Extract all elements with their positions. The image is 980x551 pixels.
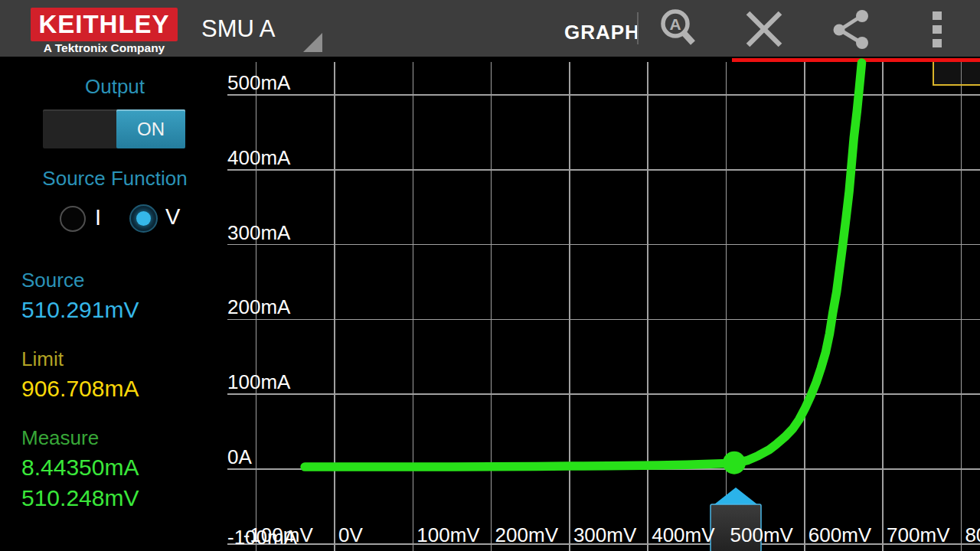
keithley-logo: KEITHLEY <box>31 8 178 41</box>
output-toggle-thumb: ON <box>116 109 185 148</box>
source-value[interactable]: 510.291mV <box>21 297 139 323</box>
overflow-menu-button[interactable] <box>913 5 962 54</box>
smu-app-window: 500mA400mA300mA200mA100mA0A-100mA -100mV… <box>0 0 980 551</box>
radio-source-current[interactable] <box>60 206 86 232</box>
close-button[interactable] <box>740 5 789 54</box>
magnifier-a-icon: A <box>655 6 701 52</box>
source-function-label: Source Function <box>0 167 230 191</box>
view-title: GRAPH <box>564 21 640 44</box>
channel-label: SMU A <box>201 15 275 43</box>
cursor-triangle <box>714 487 757 504</box>
share-button[interactable] <box>826 5 875 54</box>
output-label: Output <box>0 75 230 99</box>
cursor-grip <box>710 504 761 551</box>
radio-voltage-label: V <box>165 204 180 230</box>
measure-voltage-value: 510.248mV <box>21 485 139 511</box>
share-icon <box>828 6 874 52</box>
limit-readout-group: Limit 906.708mA <box>21 347 139 402</box>
app-bar: KEITHLEY A Tektronix Company SMU A GRAPH… <box>0 0 980 57</box>
overflow-menu-icon <box>914 6 960 52</box>
source-readout-group: Source 510.291mV <box>21 269 139 323</box>
measure-current-value: 8.44350mA <box>21 455 139 481</box>
bar-divider <box>637 12 639 44</box>
channel-dropdown[interactable]: SMU A <box>190 0 328 57</box>
measure-readout-group: Measure 8.44350mA 510.248mV <box>21 426 139 511</box>
zoom-extent-indicator <box>933 61 980 85</box>
radio-current-label: I <box>95 205 101 230</box>
logo-text: KEITHLEY <box>38 10 169 39</box>
logo-subtext: A Tektronix Company <box>31 41 178 55</box>
measure-label: Measure <box>21 426 139 450</box>
dropdown-caret-icon <box>303 33 322 52</box>
measure-point-marker[interactable] <box>723 452 746 474</box>
limit-value[interactable]: 906.708mA <box>21 376 139 402</box>
autoscale-zoom-button[interactable]: A <box>654 5 703 54</box>
compliance-indicator-line <box>732 58 980 62</box>
radio-selected-dot <box>136 211 151 226</box>
cursor-handle[interactable] <box>710 487 761 551</box>
output-toggle-switch[interactable]: ON <box>43 109 185 148</box>
source-label: Source <box>21 269 139 292</box>
radio-source-voltage[interactable] <box>129 204 158 233</box>
iv-curve-trace <box>305 63 861 467</box>
close-icon <box>741 6 787 52</box>
limit-label: Limit <box>21 347 139 371</box>
svg-text:A: A <box>669 15 681 33</box>
